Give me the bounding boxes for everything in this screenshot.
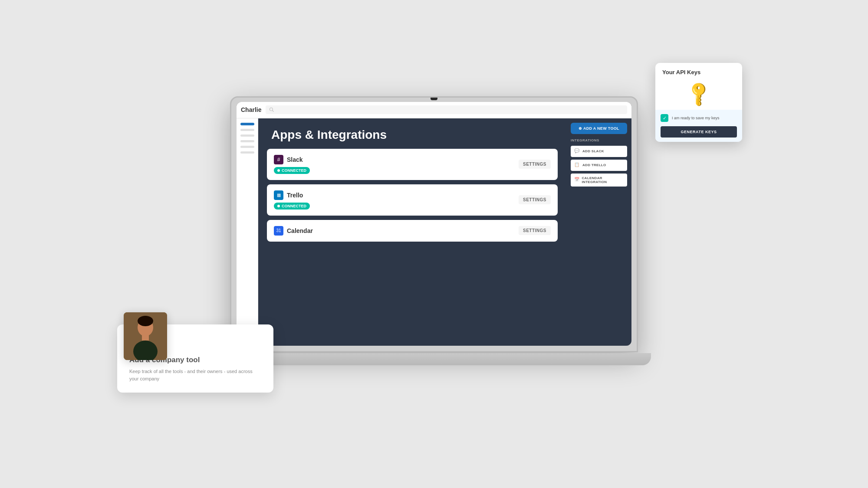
add-slack-icon: 💬	[574, 148, 580, 154]
calendar-integration-icon: 📅	[574, 177, 580, 183]
main-layout: Apps & Integrations	[237, 118, 631, 346]
sidebar-item-2[interactable]	[240, 134, 254, 137]
api-keys-icon-area: 🔑	[655, 79, 742, 110]
integration-left-calendar: 31 Calendar	[274, 226, 313, 236]
add-slack-item[interactable]: 💬 ADD SLACK	[571, 146, 627, 157]
integration-card-slack: # Slack CONNECTED	[267, 149, 558, 180]
trello-app-icon: ▦	[274, 190, 283, 200]
search-icon	[269, 107, 274, 112]
slack-name: Slack	[287, 156, 303, 163]
integration-left-trello: ▦ Trello CONNECTED	[274, 190, 310, 210]
trello-connected-badge: CONNECTED	[274, 203, 310, 210]
calendar-settings-button[interactable]: SETTINGS	[519, 226, 551, 235]
laptop-body: Charlie	[230, 96, 638, 352]
trello-settings-button[interactable]: SETTINGS	[519, 195, 551, 204]
api-keys-footer: ✓ I am ready to save my keys GENERATE KE…	[655, 110, 742, 142]
integrations-section-label: INTEGRATIONS	[571, 137, 627, 143]
page-title: Apps & Integrations	[271, 128, 553, 142]
svg-point-0	[270, 108, 273, 111]
svg-point-4	[138, 316, 153, 326]
calendar-app-icon: 31	[274, 226, 283, 236]
calendar-name: Calendar	[287, 227, 313, 234]
slack-settings-button[interactable]: SETTINGS	[519, 160, 551, 169]
api-checkbox-label: I am ready to save my keys	[672, 116, 720, 120]
integrations-list: # Slack CONNECTED	[258, 149, 566, 346]
add-trello-label: ADD TRELLO	[582, 163, 606, 167]
connected-dot-slack	[277, 169, 280, 172]
slack-app-icon: #	[274, 155, 283, 164]
sidebar	[237, 118, 258, 346]
calendar-integration-label: CALENDAR INTEGRATION	[582, 176, 624, 184]
trello-name: Trello	[287, 192, 303, 199]
main-content: Apps & Integrations	[258, 118, 566, 346]
laptop-screen-bezel: Charlie	[237, 102, 631, 346]
add-new-tool-button[interactable]: ⊕ ADD A NEW TOOL	[571, 123, 627, 134]
user-avatar-container	[124, 312, 167, 360]
generate-keys-button[interactable]: GENERATE KEYS	[661, 126, 737, 138]
tooltip-description: Keep track of all the tools - and their …	[129, 368, 261, 382]
laptop-bottom	[217, 353, 651, 365]
page-header: Apps & Integrations	[258, 118, 566, 149]
integration-card-trello: ▦ Trello CONNECTED	[267, 184, 558, 216]
slack-connected-badge: CONNECTED	[274, 167, 310, 174]
api-checkbox-row: ✓ I am ready to save my keys	[661, 114, 737, 122]
add-slack-label: ADD SLACK	[582, 149, 604, 153]
avatar-illustration	[124, 312, 167, 360]
sidebar-active-item[interactable]	[240, 123, 254, 125]
integration-name-row-calendar: 31 Calendar	[274, 226, 313, 236]
api-checkbox[interactable]: ✓	[661, 114, 668, 122]
key-icon: 🔑	[684, 79, 714, 108]
right-panel: ⊕ ADD A NEW TOOL INTEGRATIONS 💬 ADD SLAC…	[566, 118, 631, 346]
sidebar-item-5[interactable]	[240, 151, 254, 154]
svg-rect-6	[142, 334, 149, 341]
api-keys-title: Your API Keys	[655, 63, 742, 79]
integration-left-slack: # Slack CONNECTED	[274, 155, 310, 174]
scene: Charlie	[0, 0, 868, 488]
search-bar[interactable]	[266, 105, 627, 114]
calendar-integration-item[interactable]: 📅 CALENDAR INTEGRATION	[571, 174, 627, 187]
screen-content: Charlie	[237, 102, 631, 346]
integration-card-calendar: 31 Calendar SETTINGS	[267, 220, 558, 242]
sidebar-item-3[interactable]	[240, 140, 254, 142]
sidebar-item-1[interactable]	[240, 129, 254, 131]
add-trello-icon: 📋	[574, 162, 580, 168]
laptop-notch	[431, 98, 437, 100]
integration-name-row-trello: ▦ Trello	[274, 190, 310, 200]
user-avatar	[124, 312, 167, 360]
sidebar-item-4[interactable]	[240, 146, 254, 148]
api-keys-panel: Your API Keys 🔑 ✓ I am ready to save my …	[655, 63, 742, 142]
brand-logo: Charlie	[241, 106, 261, 113]
top-bar: Charlie	[237, 102, 631, 118]
integration-name-row-slack: # Slack	[274, 155, 310, 164]
add-trello-item[interactable]: 📋 ADD TRELLO	[571, 160, 627, 171]
svg-line-1	[273, 111, 274, 112]
connected-dot-trello	[277, 205, 280, 207]
